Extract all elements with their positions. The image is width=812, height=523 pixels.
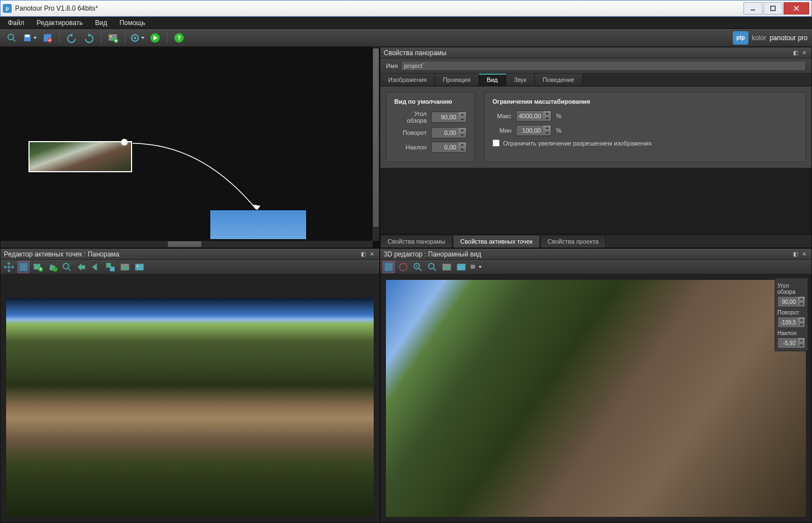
vertical-scrollbar[interactable] [373,47,379,241]
image-tool[interactable] [119,261,131,273]
menu-file[interactable]: Файл [2,17,30,28]
select-tool-3d[interactable] [383,261,395,273]
svg-marker-13 [88,33,91,37]
viewer-3d-viewport[interactable] [386,280,806,517]
panel-title: 3D редактор : Панорамный вид [384,250,481,258]
tilt-spinner-3d[interactable] [777,337,805,348]
name-label: Имя [386,62,398,69]
svg-marker-12 [70,33,72,37]
node-handle-icon[interactable] [121,139,128,146]
graph-canvas[interactable] [1,47,379,248]
zoom-fit-tool[interactable] [426,261,438,273]
add-hotspot-tool[interactable]: + [32,261,44,273]
minimize-button[interactable] [743,2,762,14]
target-tool[interactable] [397,261,409,273]
image2-tool[interactable] [455,261,467,273]
svg-rect-1 [771,6,775,11]
svg-point-44 [399,263,407,270]
btab-project-props[interactable]: Свойства проекта [540,235,606,248]
svg-line-46 [419,268,422,270]
fov-label: Угол обзора [394,110,427,124]
tab-image[interactable]: Изображения [380,74,435,86]
viewer-3d-panel: 3D редактор : Панорамный вид ◧ ✕ Угол об… [380,248,812,523]
dock-button[interactable]: ◧ [359,250,367,258]
zoom-limits-heading: Ограничения масштабирования [492,98,798,105]
horizontal-scrollbar[interactable] [1,241,373,248]
undo-button[interactable] [64,31,79,45]
svg-line-5 [13,39,16,41]
viewer-3d-controls: Угол обзора Поворот Наклон [775,278,808,351]
logo-icon: ptp [733,31,748,45]
close-panel-button[interactable]: ✕ [800,49,808,57]
pano-tool[interactable] [133,261,146,273]
close-button[interactable] [784,2,809,14]
pan-spinner[interactable] [431,127,467,138]
tilt-spinner[interactable] [431,142,467,153]
menu-help[interactable]: Помощь [114,17,151,28]
svg-rect-27 [20,263,27,270]
min-zoom-spinner[interactable] [516,125,552,136]
menu-view[interactable]: Вид [89,17,113,28]
panel-title: Редактор активных точек : Панорама [4,250,119,258]
dock-button[interactable]: ◧ [791,250,799,258]
max-label: Макс [492,113,511,119]
open-button[interactable] [4,31,19,45]
property-tabs: Изображения Проекция Вид Звук Поведение [380,74,811,86]
brand-product: panotour pro [770,34,808,42]
tilt-label: Наклон [405,144,427,151]
window-title: Panotour Pro V1.8.0 64bits* [15,4,743,12]
panel-title: Свойства панорамы [384,49,447,57]
svg-rect-43 [385,263,392,270]
limit-resolution-label: Ограничить увеличение разрешением изобра… [503,140,651,147]
dock-button[interactable]: ◧ [791,49,799,57]
select-tool[interactable] [17,261,30,273]
pan-label: Поворот [403,129,427,136]
delete-button[interactable] [40,31,55,45]
save-button[interactable] [22,31,37,45]
close-panel-button[interactable]: ✕ [800,250,808,258]
image1-tool[interactable] [441,261,453,273]
max-zoom-spinner[interactable] [516,110,552,122]
add-image-button[interactable] [106,31,120,45]
svg-rect-38 [110,267,114,271]
panorama-node-1[interactable] [28,141,132,172]
settings-button[interactable] [130,31,144,45]
move-tool[interactable] [3,261,15,273]
tab-view[interactable]: Вид [479,74,506,86]
tab-behavior[interactable]: Поведение [535,74,583,86]
zoom-tool[interactable] [61,261,73,273]
play-button[interactable] [148,31,162,45]
nav-tool[interactable] [90,261,102,273]
swap-tool[interactable] [104,261,117,273]
project-name-input[interactable] [401,61,806,71]
svg-line-50 [434,268,436,270]
svg-text:?: ? [177,35,181,41]
close-panel-button[interactable]: ✕ [368,250,376,258]
fov-spinner[interactable] [431,112,467,123]
link-tool[interactable] [75,261,88,273]
panorama-node-2[interactable] [210,210,306,239]
menubar: Файл Редактировать Вид Помощь [0,17,812,29]
zoom-in-tool[interactable] [412,261,424,273]
min-label: Мин [492,127,511,134]
main-toolbar: ? ptp kolor panotour pro [0,29,812,47]
btab-hotspot-props[interactable]: Свойства активных точек [453,235,539,248]
menu-edit[interactable]: Редактировать [31,17,89,28]
btab-pano-props[interactable]: Свойства панорамы [380,235,452,248]
panorama-viewport[interactable] [6,298,374,517]
maximize-button[interactable] [763,2,782,14]
app-icon: p [3,4,12,13]
tab-projection[interactable]: Проекция [435,74,478,86]
svg-point-4 [8,34,13,40]
default-view-heading: Вид по умолчанию [394,98,467,105]
redo-button[interactable] [82,31,96,45]
limit-resolution-checkbox[interactable] [492,139,500,147]
tab-sound[interactable]: Звук [506,74,535,86]
pan-spinner-3d[interactable] [777,317,805,328]
help-button[interactable]: ? [172,31,186,45]
add-polygon-tool[interactable] [46,261,59,273]
chevron-down-icon [141,37,144,39]
view-mode-dropdown[interactable] [470,261,482,273]
fov-spinner-3d[interactable] [777,296,805,307]
svg-marker-35 [78,263,85,270]
